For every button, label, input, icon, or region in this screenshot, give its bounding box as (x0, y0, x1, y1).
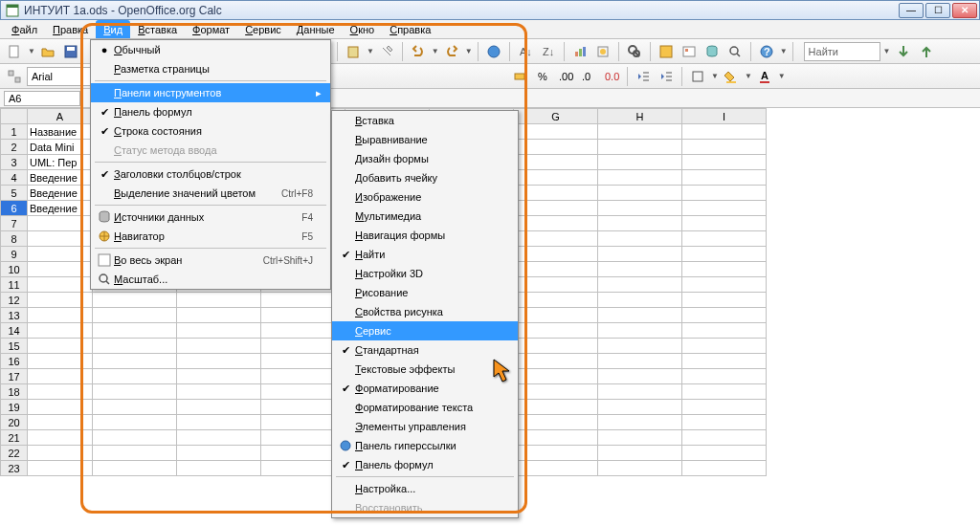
menuitem-во-весь-экран[interactable]: Во весь экранCtrl+Shift+J (91, 251, 330, 270)
find-prev-button[interactable] (916, 41, 937, 62)
navigator-button[interactable] (656, 41, 677, 62)
svg-text:0.0: 0.0 (605, 71, 619, 82)
menuitem-разметка-страницы[interactable]: Разметка страницы (91, 59, 330, 78)
menu-вид[interactable]: Вид (96, 20, 130, 38)
menu-окно[interactable]: Окно (343, 20, 383, 38)
find-button[interactable] (624, 41, 645, 62)
decimal-add-button[interactable]: .00 (555, 66, 576, 87)
menuitem-стандартная[interactable]: ✔Стандартная (332, 340, 518, 360)
menuitem-строка-состояния[interactable]: ✔Строка состояния (91, 121, 330, 141)
svg-rect-37 (693, 72, 702, 81)
decrease-indent-button[interactable] (633, 66, 654, 87)
menu-сервис[interactable]: Сервис (237, 20, 289, 38)
menuitem-выравнивание[interactable]: Выравнивание (332, 130, 518, 149)
show-draw-button[interactable] (592, 41, 613, 62)
minimize-button[interactable]: — (899, 3, 924, 18)
zoom-button[interactable] (724, 41, 746, 62)
svg-text:?: ? (764, 46, 770, 57)
svg-rect-10 (579, 49, 582, 56)
svg-point-21 (730, 47, 738, 55)
menuitem-дизайн-формы[interactable]: Дизайн формы (332, 149, 518, 168)
number-standard-button[interactable]: 0.0 (601, 66, 622, 87)
menuitem-форматирование[interactable]: ✔Форматирование (332, 379, 518, 398)
svg-rect-19 (685, 49, 688, 52)
menuitem-добавить-ячейку[interactable]: Добавить ячейку (332, 168, 518, 187)
menu-справка[interactable]: Справка (382, 20, 438, 38)
check-icon: ✔ (336, 459, 355, 471)
menuitem-форматирование-текста[interactable]: Форматирование текста (332, 398, 518, 417)
svg-rect-38 (726, 81, 736, 83)
save-button[interactable] (60, 41, 81, 62)
gallery-button[interactable] (679, 41, 700, 62)
cell-reference-box[interactable]: A6 (4, 91, 80, 106)
find-next-button[interactable] (893, 41, 914, 62)
menuitem-вставка[interactable]: Вставка (332, 111, 518, 130)
bgcolor-button[interactable] (721, 66, 742, 87)
help-button[interactable]: ? (756, 41, 777, 62)
menuitem-навигация-формы[interactable]: Навигация формы (332, 226, 518, 245)
chart-button[interactable] (569, 41, 590, 62)
increase-indent-button[interactable] (656, 66, 677, 87)
close-button[interactable]: ✕ (952, 3, 977, 18)
menuitem-источники-данных[interactable]: Источники данныхF4 (91, 208, 330, 227)
menuitem-панель-формул[interactable]: ✔Панель формул (332, 455, 518, 474)
menuitem-панель-гиперссылки[interactable]: Панель гиперссылки (332, 436, 518, 455)
check-icon: ✔ (336, 344, 355, 357)
menuitem-выделение-значений-цветом[interactable]: Выделение значений цветомCtrl+F8 (91, 184, 330, 203)
menu-данные[interactable]: Данные (289, 20, 343, 38)
format-paintbrush-button[interactable] (376, 41, 397, 62)
svg-rect-1 (7, 5, 18, 8)
db-icon (95, 209, 114, 225)
menuitem-сервис[interactable]: Сервис (332, 321, 518, 340)
menuitem-мультимедиа[interactable]: Мультимедиа (332, 207, 518, 226)
check-icon: ✔ (95, 125, 114, 138)
menuitem-текстовые-эффекты[interactable]: Текстовые эффекты (332, 360, 518, 379)
svg-text:A↓: A↓ (520, 46, 532, 57)
menuitem-настройка-[interactable]: Настройка... (332, 479, 518, 498)
menuitem-заголовки-столбцов-строк[interactable]: ✔Заголовки столбцов/строк (91, 164, 330, 184)
menuitem-навигатор[interactable]: НавигаторF5 (91, 227, 330, 246)
sort-asc-button[interactable]: A↓ (515, 41, 536, 62)
menu-вставка[interactable]: Вставка (130, 20, 185, 38)
borders-button[interactable] (687, 66, 708, 87)
svg-point-46 (341, 441, 350, 450)
open-button[interactable] (37, 41, 58, 62)
menuitem-восстановить: Восстановить (332, 498, 518, 517)
svg-rect-11 (583, 47, 586, 56)
radio-icon: ● (95, 44, 114, 55)
menuitem-панель-формул[interactable]: ✔Панель формул (91, 102, 330, 121)
toolbars-submenu: ВставкаВыравниваниеДизайн формыДобавить … (331, 110, 519, 518)
view-menu-dropdown: ●ОбычныйРазметка страницыПанели инструме… (90, 39, 331, 290)
font-color-button[interactable]: A (754, 66, 775, 87)
styles-button[interactable] (4, 66, 25, 87)
svg-text:.0: .0 (582, 71, 590, 82)
decimal-del-button[interactable]: .0 (578, 66, 599, 87)
svg-point-14 (629, 46, 636, 54)
percent-button[interactable]: % (532, 66, 553, 87)
undo-button[interactable] (408, 41, 429, 62)
check-icon: ✔ (95, 168, 114, 181)
menuitem-настройки-3d[interactable]: Настройки 3D (332, 264, 518, 283)
redo-button[interactable] (441, 41, 462, 62)
maximize-button[interactable]: ☐ (925, 3, 950, 18)
menuitem-масштаб-[interactable]: Масштаб... (91, 270, 330, 289)
menu-файл[interactable]: Файл (4, 20, 45, 38)
currency-button[interactable] (509, 66, 530, 87)
menu-формат[interactable]: Формат (185, 20, 237, 38)
menuitem-статус-метода-ввода: Статус метода ввода (91, 141, 330, 160)
menuitem-изображение[interactable]: Изображение (332, 187, 518, 207)
new-doc-button[interactable] (4, 41, 25, 62)
menuitem-найти[interactable]: ✔Найти (332, 245, 518, 264)
check-icon: ✔ (336, 249, 355, 261)
menuitem-обычный[interactable]: ●Обычный (91, 40, 330, 59)
data-sources-button[interactable] (702, 41, 723, 62)
hyperlink-button[interactable] (483, 41, 504, 62)
menu-правка[interactable]: Правка (45, 20, 96, 38)
menuitem-панели-инструментов[interactable]: Панели инструментов▸ (91, 83, 330, 102)
sort-desc-button[interactable]: Z↓ (538, 41, 559, 62)
menuitem-рисование[interactable]: Рисование (332, 283, 518, 302)
menuitem-свойства-рисунка[interactable]: Свойства рисунка (332, 302, 518, 321)
find-input[interactable]: Найти (804, 42, 880, 61)
menuitem-элементы-управления[interactable]: Элементы управления (332, 417, 518, 436)
paste-button[interactable] (343, 41, 364, 62)
